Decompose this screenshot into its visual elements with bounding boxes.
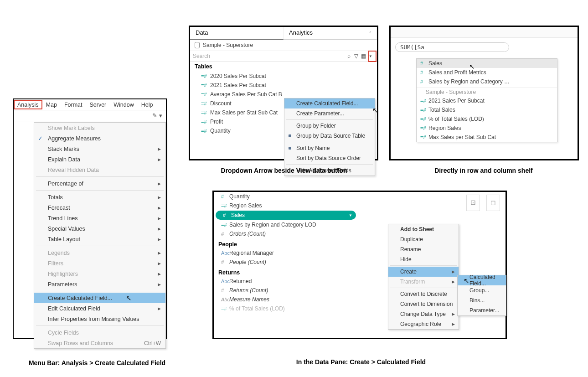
dropdown-context-menu: Create Calculated Field...Create Paramet… <box>284 98 375 176</box>
tables-header: Tables <box>190 62 377 72</box>
ctx-item[interactable]: Create Calculated Field... <box>284 98 375 108</box>
ctx-item[interactable]: Geographic Role▶ <box>388 319 459 329</box>
tab-analytics[interactable]: Analytics‹ <box>284 27 377 40</box>
formula-pill[interactable]: SUM([Sa <box>395 42 509 52</box>
tab-data[interactable]: Data <box>190 27 284 40</box>
ctx-item[interactable]: Convert to Dimension <box>388 299 459 309</box>
ctx-item: Transform▶ <box>388 277 459 287</box>
menu-format[interactable]: Format <box>61 100 86 109</box>
menu-item[interactable]: Table Layout▶ <box>34 234 165 244</box>
view-data-icon[interactable]: ▦ <box>360 53 367 59</box>
ctx-item[interactable]: Bins... <box>458 295 506 305</box>
field-row[interactable]: =#Region Sales <box>214 201 360 210</box>
datasource-row[interactable]: Sample - Superstore <box>190 40 377 51</box>
menu-item[interactable]: Trend Lines▶ <box>34 213 165 223</box>
tooltip-card-icon[interactable]: ◻ <box>486 195 500 211</box>
ctx-item[interactable]: Group... <box>458 285 506 295</box>
suggestion-dropdown: #Sales#Sales and Profit Metrics#Sales by… <box>416 58 557 142</box>
field-row[interactable]: #Returns (Count) <box>214 286 360 295</box>
filter-icon[interactable]: ▽ <box>352 53 360 59</box>
menu-item[interactable]: Forecast▶ <box>34 202 165 213</box>
ctx-item[interactable]: Add to Sheet <box>388 224 459 234</box>
ctx-item[interactable]: Create Parameter... <box>284 108 375 119</box>
field-row[interactable]: #Orders (Count) <box>214 229 360 238</box>
menu-help[interactable]: Help <box>138 100 157 109</box>
search-icon[interactable]: ⌕ <box>345 53 352 59</box>
field-row[interactable]: =#Sales by Region and Category LOD <box>214 220 360 229</box>
card-icons: ⊡ ◻ <box>466 195 500 211</box>
field-row[interactable]: =#% of Total Sales (LOD) <box>214 304 360 313</box>
suggestion-item[interactable]: #Sales and Profit Metrics <box>417 68 557 77</box>
ctx-item[interactable]: Parameter... <box>458 305 506 315</box>
pencil-icon[interactable]: ✎ ▾ <box>152 112 162 119</box>
ctx-item[interactable]: Sort by Name <box>284 143 375 153</box>
menu-item[interactable]: Explain Data▶ <box>34 154 165 165</box>
menu-item[interactable]: Special Values▶ <box>34 223 165 234</box>
field-row[interactable]: #Quantity <box>214 192 360 201</box>
menu-analysis[interactable]: Analysis <box>14 100 42 109</box>
menu-item[interactable]: Parameters▶ <box>34 279 165 289</box>
ctx-item[interactable]: Group by Data Source Table <box>284 131 375 141</box>
menu-window[interactable]: Window <box>110 100 137 109</box>
menu-item: Filters▶ <box>34 258 165 269</box>
menu-item[interactable]: Totals▶ <box>34 192 165 202</box>
detail-card-icon[interactable]: ⊡ <box>466 195 480 211</box>
ctx-item[interactable]: Hide <box>388 254 459 264</box>
menubar: Analysis Map Format Server Window Help <box>14 99 166 110</box>
suggestion-item[interactable]: #Sales <box>417 59 557 68</box>
field-row[interactable]: AbcRegional Manager <box>214 248 360 258</box>
field-row[interactable]: =#2021 Sales Per Subcat <box>190 81 377 90</box>
field-row[interactable]: AbcReturned <box>214 277 360 286</box>
datasource-name: Sample - Superstore <box>203 42 253 48</box>
menu-item[interactable]: Percentage of▶ <box>34 178 165 189</box>
menu-item[interactable]: Create Calculated Field... <box>34 293 165 303</box>
toolbar-row: ✎ ▾ <box>14 110 166 122</box>
create-submenu: Calculated Field...Group...Bins...Parame… <box>457 275 506 316</box>
suggestion-item[interactable]: =#Max Sales per Stat Sub Cat <box>417 133 557 142</box>
shelf-row: SUM([Sa <box>391 38 578 57</box>
panel1-caption: Menu Bar: Analysis > Create Calculated F… <box>13 359 181 367</box>
search-row: Search ⌕ ▽ ▦ ▼ <box>190 51 377 62</box>
menu-item[interactable]: Stack Marks▶ <box>34 144 165 154</box>
suggestion-item[interactable]: =#2021 Sales Per Subcat <box>417 96 557 105</box>
chevron-left-icon: ‹ <box>369 29 371 35</box>
menu-item: Swap Rows and ColumnsCtrl+W <box>34 338 165 348</box>
ctx-item[interactable]: Group by Folder <box>284 121 375 131</box>
menu-item: Highlighters▶ <box>34 269 165 279</box>
ctx-item[interactable]: Sort by Data Source Order <box>284 153 375 163</box>
panel4-caption: In the Data Pane: Create > Calculated Fi… <box>279 358 443 366</box>
field-row[interactable]: #People (Count) <box>214 258 360 267</box>
panel2-caption: Dropdown Arrow beside View data button <box>205 167 363 174</box>
ctx-item[interactable]: Create▶ <box>388 267 459 277</box>
field-row[interactable]: =#Average Sales Per Sub Cat B <box>190 90 377 99</box>
menu-item: Reveal Hidden Data <box>34 165 165 175</box>
suggestion-item[interactable]: #Sales by Region and Category … <box>417 77 557 86</box>
suggestion-item[interactable]: =#% of Total Sales (LOD) <box>417 114 557 124</box>
suggestion-header: Sample - Superstore <box>417 87 557 96</box>
suggestion-item[interactable]: =#Region Sales <box>417 124 557 133</box>
ctx-item[interactable]: Rename <box>388 244 459 254</box>
menu-server[interactable]: Server <box>86 100 110 109</box>
highlight-box <box>368 51 377 62</box>
ctx-item[interactable]: Change Data Type▶ <box>388 309 459 319</box>
shelf-top <box>391 27 578 38</box>
search-input[interactable]: Search <box>193 53 345 59</box>
menu-item[interactable]: Edit Calculated Field▶ <box>34 303 165 314</box>
ctx-item[interactable]: Duplicate <box>388 234 459 244</box>
ctx-item[interactable]: Convert to Discrete <box>388 289 459 299</box>
data-pane-fields: #Quantity=#Region Sales#Sales▼=#Sales by… <box>214 192 360 338</box>
ctx-item[interactable]: Calculated Field... <box>458 275 506 285</box>
data-pane-dropdown-panel: Data Analytics‹ Sample - Superstore Sear… <box>189 26 378 160</box>
measure-names[interactable]: AbcMeasure Names <box>214 295 360 304</box>
menu-item[interactable]: Infer Properties from Missing Values <box>34 314 165 324</box>
suggestion-item[interactable]: =#Total Sales <box>417 105 557 114</box>
menu-item[interactable]: ✓Aggregate Measures <box>34 133 165 144</box>
data-pane-create-panel: ⊡ ◻ #Quantity=#Region Sales#Sales▼=#Sale… <box>212 191 507 339</box>
shelf-typing-panel: SUM([Sa #Sales#Sales and Profit Metrics#… <box>389 26 579 160</box>
field-context-menu: Add to SheetDuplicateRenameHideCreate▶Tr… <box>388 224 459 330</box>
menu-map[interactable]: Map <box>42 100 61 109</box>
field-row[interactable]: =#2020 Sales Per Subcat <box>190 72 377 81</box>
analysis-dropdown-menu: Show Mark Labels✓Aggregate MeasuresStack… <box>34 122 166 349</box>
menu-item: Legends▶ <box>34 248 165 258</box>
field-row-selected[interactable]: #Sales▼ <box>216 211 356 220</box>
